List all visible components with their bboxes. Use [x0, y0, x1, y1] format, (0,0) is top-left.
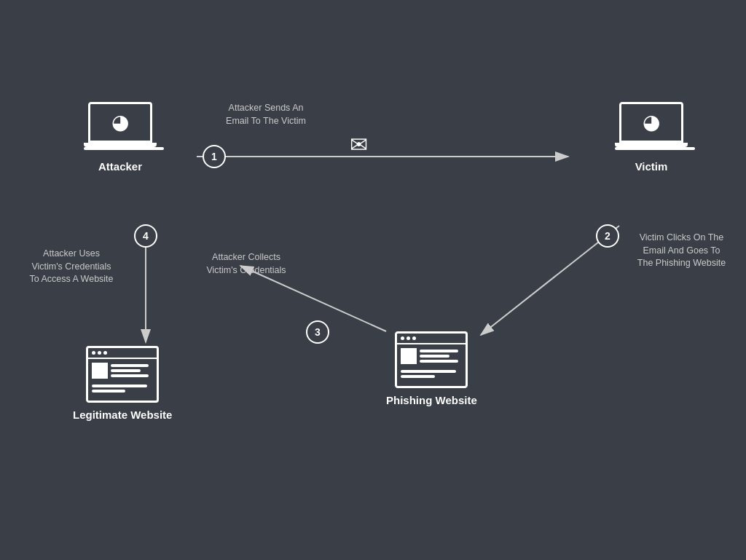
- step3-circle: 3: [306, 320, 329, 344]
- attacker-node: ◕ Attacker: [84, 102, 157, 173]
- phishing-website-label: Phishing Website: [386, 394, 477, 406]
- step1-circle: 1: [203, 145, 226, 168]
- attacker-label: Attacker: [98, 160, 142, 173]
- step3-label: Attacker CollectsVictim's Credentials: [188, 251, 305, 277]
- phishing-website-icon: [395, 331, 468, 388]
- step1-label: Attacker Sends AnEmail To The Victim: [208, 102, 324, 127]
- legitimate-website-label: Legitimate Website: [73, 409, 172, 421]
- legitimate-website-node: Legitimate Website: [73, 346, 172, 421]
- email-icon-container: ✉: [350, 132, 368, 157]
- step4-circle: 4: [134, 224, 157, 248]
- legitimate-website-icon: [86, 346, 159, 403]
- email-icon: ✉: [350, 133, 368, 157]
- attacker-laptop-icon: ◕: [84, 102, 157, 154]
- step2-label: Victim Clicks On TheEmail And Goes ToThe…: [625, 232, 738, 270]
- step4-label: Attacker UsesVictim's CredentialsTo Acce…: [20, 248, 122, 286]
- step2-circle: 2: [596, 224, 619, 248]
- victim-laptop-icon: ◕: [615, 102, 688, 154]
- victim-node: ◕ Victim: [615, 102, 688, 173]
- attacker-person-icon: ◕: [111, 112, 129, 133]
- phishing-diagram: ◕ Attacker ◕ Victim: [0, 0, 746, 560]
- victim-label: Victim: [635, 160, 668, 173]
- victim-person-icon: ◕: [643, 112, 660, 133]
- phishing-website-node: Phishing Website: [386, 331, 477, 406]
